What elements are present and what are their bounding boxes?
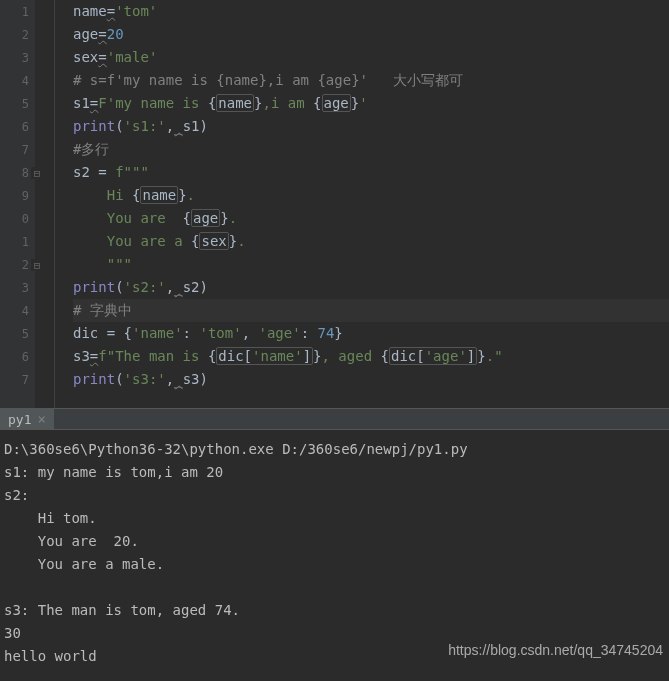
console-line: D:\360se6\Python36-32\python.exe D:/360s… — [4, 438, 665, 461]
code-line[interactable]: s2 = f""" — [73, 161, 669, 184]
code-line[interactable]: sex='male' — [73, 46, 669, 69]
code-editor: 1 2 3 4 5 6 7 8⊟ 9 0 1 2⊟ 3 4 5 6 7 name… — [0, 0, 669, 408]
console-line: s3: The man is tom, aged 74. — [4, 599, 665, 622]
line-number: 7 — [22, 373, 29, 387]
code-line[interactable]: You are a {sex}. — [73, 230, 669, 253]
code-line[interactable]: You are {age}. — [73, 207, 669, 230]
code-line[interactable]: Hi {name}. — [73, 184, 669, 207]
code-content[interactable]: name='tom' age=20 sex='male' # s=f'my na… — [55, 0, 669, 408]
watermark: https://blog.csdn.net/qq_34745204 — [448, 639, 663, 662]
line-number: 5 — [22, 327, 29, 341]
code-line[interactable]: s3=f"The man is {dic['name']}, aged {dic… — [73, 345, 669, 368]
fold-icon[interactable]: ⊟ — [31, 259, 43, 271]
console-line: s2: — [4, 484, 665, 507]
console-tab-bar: py1 × — [0, 408, 669, 430]
code-line[interactable]: name='tom' — [73, 0, 669, 23]
code-line[interactable]: #多行 — [73, 138, 669, 161]
code-line[interactable]: print('s2:',_s2) — [73, 276, 669, 299]
line-number: 6 — [22, 120, 29, 134]
line-number: 5 — [22, 97, 29, 111]
code-line[interactable]: print('s1:',_s1) — [73, 115, 669, 138]
close-icon[interactable]: × — [37, 411, 45, 427]
line-number: 1 — [22, 235, 29, 249]
line-number: 4 — [22, 304, 29, 318]
console-line: You are a male. — [4, 553, 665, 576]
code-line[interactable]: print('s3:',_s3) — [73, 368, 669, 391]
code-line[interactable]: # s=f'my name is {name},i am {age}' 大小写都… — [73, 69, 669, 92]
line-number: 4 — [22, 74, 29, 88]
line-number: 8 — [22, 166, 29, 180]
line-number: 3 — [22, 281, 29, 295]
console-output[interactable]: D:\360se6\Python36-32\python.exe D:/360s… — [0, 430, 669, 676]
line-number: 0 — [22, 212, 29, 226]
line-number: 7 — [22, 143, 29, 157]
code-line[interactable]: dic = {'name': 'tom', 'age': 74} — [73, 322, 669, 345]
console-line: s1: my name is tom,i am 20 — [4, 461, 665, 484]
code-line-current[interactable]: # 字典中 — [73, 299, 669, 322]
line-number: 6 — [22, 350, 29, 364]
console-tab[interactable]: py1 × — [0, 409, 54, 429]
indent-guide — [35, 0, 55, 408]
code-line[interactable]: age=20 — [73, 23, 669, 46]
line-number: 2 — [22, 258, 29, 272]
line-number: 1 — [22, 5, 29, 19]
tab-label: py1 — [8, 412, 31, 427]
code-line[interactable]: """ — [73, 253, 669, 276]
console-line: You are 20. — [4, 530, 665, 553]
line-gutter: 1 2 3 4 5 6 7 8⊟ 9 0 1 2⊟ 3 4 5 6 7 — [0, 0, 35, 408]
line-number: 9 — [22, 189, 29, 203]
console-line: Hi tom. — [4, 507, 665, 530]
console-line — [4, 576, 665, 599]
code-line[interactable]: s1=F'my name is {name},i am {age}' — [73, 92, 669, 115]
line-number: 2 — [22, 28, 29, 42]
line-number: 3 — [22, 51, 29, 65]
fold-icon[interactable]: ⊟ — [31, 167, 43, 179]
